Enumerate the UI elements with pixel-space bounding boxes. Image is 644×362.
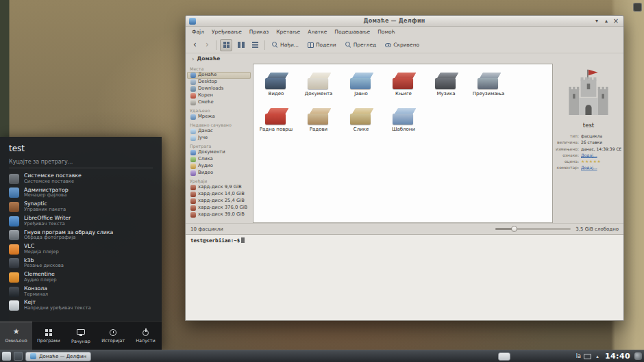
- folder-works[interactable]: Радови: [297, 104, 340, 140]
- desktop-folder-icon: [190, 79, 196, 85]
- folder-books[interactable]: Књиге: [382, 68, 425, 104]
- device-disk-2[interactable]: хард-диск 14,0 GiB: [187, 191, 251, 198]
- documents-box-icon: [306, 71, 331, 90]
- status-bar: 10 фасцикли 3,5 GiB слободно: [186, 223, 623, 234]
- minimize-icon[interactable]: [593, 17, 601, 25]
- menu-view[interactable]: Приказ: [249, 29, 269, 35]
- place-trash[interactable]: Смеће: [187, 99, 251, 106]
- folder-music[interactable]: Музика: [425, 68, 467, 104]
- menu-settings[interactable]: Подешавање: [334, 29, 370, 35]
- place-home[interactable]: Домаће: [187, 72, 251, 79]
- menu-go[interactable]: Кретање: [276, 29, 300, 35]
- folder-pictures[interactable]: Слике: [340, 104, 382, 140]
- info-row-comment: коментар:Додај...: [556, 164, 621, 170]
- display-icon[interactable]: [584, 354, 591, 359]
- tab-leave[interactable]: Напусти: [129, 322, 162, 350]
- launcher-item-writer[interactable]: LibreOffice WriterУређивач текста: [0, 214, 162, 229]
- panel-toolbox-icon[interactable]: [634, 352, 642, 360]
- launcher-item-k3b[interactable]: k3bРезање дискова: [0, 257, 162, 271]
- tray-widget-button[interactable]: [498, 352, 510, 361]
- tray-expander-icon[interactable]: [594, 354, 601, 359]
- place-label: Мрежа: [198, 114, 215, 120]
- device-disk-5[interactable]: хард-диск 39,0 GiB: [187, 211, 251, 218]
- menu-help[interactable]: Помоћ: [377, 29, 395, 35]
- folder-public[interactable]: Јавно: [340, 68, 382, 104]
- place-root[interactable]: Корен: [187, 92, 251, 99]
- search-video[interactable]: Видео: [187, 170, 251, 177]
- launcher-item-kate[interactable]: КејтНапредни уређивач текста: [0, 298, 162, 313]
- preview-button[interactable]: Преглед: [342, 40, 380, 49]
- window-titlebar[interactable]: Домаће — Делфин: [186, 16, 623, 27]
- folder-templates[interactable]: Шаблони: [382, 104, 425, 140]
- launcher-item-konsole[interactable]: КонзолаТерминал: [0, 285, 162, 299]
- launcher-item-filemanager[interactable]: АдминистраторМенаџер фајлова: [0, 186, 162, 201]
- device-disk-4[interactable]: хард-диск 376,0 GiB: [187, 205, 251, 211]
- launcher-item-vlc[interactable]: VLCМедија плејер: [0, 242, 162, 257]
- rating-stars[interactable]: ★★★★★: [581, 158, 621, 164]
- launcher-item-gimp[interactable]: Гнуов програм за обраду сликаОбрада фото…: [0, 228, 162, 242]
- task-button[interactable]: Домаће — Делфин: [25, 352, 91, 361]
- trash-icon: [190, 100, 196, 105]
- file-manager-icon: [9, 188, 19, 198]
- preview-icon: [345, 42, 351, 48]
- tab-favorites[interactable]: Омиљено: [0, 322, 32, 350]
- terminal-prompt: test@serbiian:~$: [190, 237, 240, 244]
- folder-documents[interactable]: Документа: [297, 68, 340, 104]
- search-documents[interactable]: Документи: [187, 149, 251, 156]
- forward-button[interactable]: [202, 40, 212, 51]
- icons-view-button[interactable]: [220, 39, 232, 51]
- compact-view-button[interactable]: [234, 39, 247, 51]
- split-label: Подели: [316, 42, 336, 48]
- launcher-item-systemsettings[interactable]: Системске поставкеСистемске поставке: [0, 172, 162, 186]
- folder-video[interactable]: Видео: [255, 68, 297, 104]
- maximize-icon[interactable]: [602, 17, 610, 25]
- public-box-icon: [349, 71, 373, 90]
- add-tags-link[interactable]: Додај...: [581, 152, 621, 158]
- star-icon: [13, 328, 20, 336]
- place-label: хард-диск 39,0 GiB: [198, 212, 245, 218]
- place-today[interactable]: Данас: [187, 128, 251, 135]
- folder-downloads[interactable]: Преузимања: [467, 68, 510, 104]
- hidden-toggle-button[interactable]: Скривено: [382, 40, 423, 49]
- tab-computer[interactable]: Рачунар: [64, 322, 97, 350]
- zoom-slider-knob[interactable]: [511, 226, 517, 232]
- clementine-icon: [9, 272, 19, 283]
- launcher-button[interactable]: [2, 352, 11, 361]
- place-network[interactable]: Мрежа: [187, 114, 251, 120]
- places-header-places: Места: [190, 66, 251, 71]
- place-desktop[interactable]: Desktop: [187, 79, 251, 86]
- breadcrumb-location[interactable]: Домаће: [197, 55, 221, 62]
- folder-view[interactable]: Видео Документа Јавно Књиге Музика Преуз…: [253, 64, 553, 223]
- launcher-search-input[interactable]: Куцајте за претрагу...: [9, 157, 153, 168]
- launcher-item-synaptic[interactable]: SynapticУправник пакета: [0, 200, 162, 214]
- device-disk-1[interactable]: хард-диск 9,9 GiB: [187, 184, 251, 191]
- pager-icon[interactable]: [14, 352, 23, 361]
- find-button[interactable]: Нађи...: [269, 40, 302, 49]
- place-downloads[interactable]: Downloads: [187, 86, 251, 92]
- tab-applications[interactable]: Програми: [32, 322, 64, 350]
- back-button[interactable]: [190, 40, 200, 51]
- add-comment-link[interactable]: Додај...: [581, 164, 621, 170]
- folder-desktop[interactable]: Радна површ: [255, 104, 297, 140]
- launcher-item-clementine[interactable]: ClementineАудио плејер: [0, 270, 162, 285]
- menu-bar: Фајл Уређивање Приказ Кретање Алатке Под…: [186, 27, 623, 37]
- terminal-panel[interactable]: test@serbiian:~$: [186, 234, 623, 320]
- kate-icon: [9, 300, 19, 311]
- tab-history[interactable]: Историјат: [97, 322, 129, 350]
- device-disk-3[interactable]: хард-диск 25,4 GiB: [187, 198, 251, 205]
- details-view-button[interactable]: [249, 39, 261, 51]
- place-label: хард-диск 14,0 GiB: [198, 192, 245, 197]
- search-audio[interactable]: Аудио: [187, 163, 251, 170]
- clock[interactable]: 14:40: [605, 352, 630, 361]
- menu-file[interactable]: Фајл: [192, 29, 204, 35]
- desktop-toolbox-icon[interactable]: [633, 3, 642, 12]
- place-yesterday[interactable]: Јуче: [187, 135, 251, 142]
- menu-tools[interactable]: Алатке: [308, 29, 327, 35]
- search-images[interactable]: Слика: [187, 156, 251, 163]
- keyboard-layout-indicator[interactable]: la: [576, 353, 581, 359]
- split-button[interactable]: Подели: [304, 40, 340, 49]
- zoom-slider[interactable]: [495, 228, 571, 230]
- menu-edit[interactable]: Уређивање: [212, 29, 242, 35]
- apps-grid-icon: [45, 329, 52, 336]
- close-icon[interactable]: [612, 17, 620, 25]
